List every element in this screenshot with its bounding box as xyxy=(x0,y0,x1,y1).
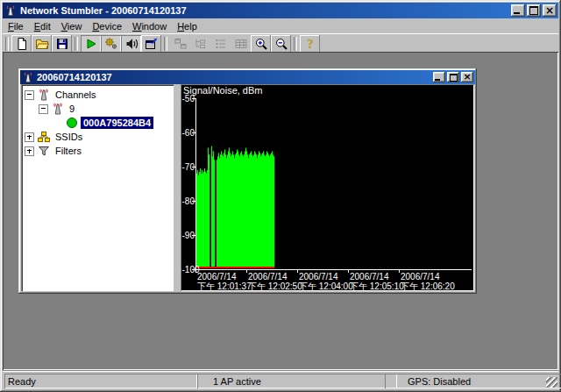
toolbar-separator xyxy=(75,37,78,51)
doc-close-button[interactable]: × xyxy=(461,72,473,82)
svg-text:下午 12:06:20: 下午 12:06:20 xyxy=(401,282,455,291)
view-aps-button xyxy=(170,35,190,53)
open-folder-icon xyxy=(35,37,49,51)
expand-icon[interactable] xyxy=(25,146,34,156)
maximize-button[interactable] xyxy=(527,4,541,17)
svg-text:-60: -60 xyxy=(182,128,195,138)
menu-device[interactable]: Device xyxy=(87,19,127,33)
svg-text:2006/7/14: 2006/7/14 xyxy=(299,272,338,282)
ap-green-icon xyxy=(65,116,79,130)
collapse-icon[interactable] xyxy=(25,90,34,100)
signal-chart-pane: Signal/Noise, dBm-50-60-70-80-90-1002006… xyxy=(181,84,474,291)
window-title: Network Stumbler - 20060714120137 xyxy=(20,5,511,16)
application-window: Network Stumbler - 20060714120137 × File… xyxy=(0,0,561,392)
save-floppy-icon xyxy=(55,37,69,51)
svg-text:Signal/Noise, dBm: Signal/Noise, dBm xyxy=(183,85,263,96)
new-document-icon xyxy=(15,37,29,51)
help-icon: ? xyxy=(303,37,317,51)
tree-item-label: SSIDs xyxy=(53,131,85,143)
document-title: 20060714120137 xyxy=(37,72,433,82)
expand-icon[interactable] xyxy=(25,132,34,142)
status-ap-count: 1 AP active xyxy=(197,374,397,388)
view-grid-button xyxy=(231,35,251,53)
ssids-icon xyxy=(37,130,51,144)
play-icon xyxy=(84,37,98,51)
tree-item-label: 000A795284B4 xyxy=(81,117,153,129)
svg-text:下午 12:05:10: 下午 12:05:10 xyxy=(350,282,404,291)
toolbar-separator xyxy=(164,37,167,51)
svg-text:下午 12:04:00: 下午 12:04:00 xyxy=(299,282,353,291)
doc-maximize-button[interactable] xyxy=(447,72,459,82)
svg-text:-80: -80 xyxy=(182,196,195,206)
new-document-button[interactable] xyxy=(11,35,32,53)
tree-item-channels[interactable]: Channels xyxy=(25,88,174,102)
menu-view[interactable]: View xyxy=(56,19,88,33)
main-titlebar[interactable]: Network Stumbler - 20060714120137 × xyxy=(3,3,558,18)
scan-toggle-button[interactable] xyxy=(81,35,101,53)
details-list-icon xyxy=(214,37,228,51)
speaker-icon xyxy=(124,37,138,51)
tree-item-000a795284b4[interactable]: 000A795284B4 xyxy=(53,116,174,130)
close-button[interactable]: × xyxy=(543,4,557,17)
menu-help[interactable]: Help xyxy=(172,19,202,33)
pane-splitter[interactable] xyxy=(174,84,181,291)
channel-tree-pane: Channels9000A795284B4SSIDsFilters xyxy=(21,84,174,291)
minimize-button[interactable] xyxy=(511,4,525,17)
antenna-icon xyxy=(51,102,65,116)
svg-text:2006/7/14: 2006/7/14 xyxy=(248,272,288,282)
options-icon xyxy=(145,37,159,51)
status-gps: GPS: Disabled xyxy=(385,374,561,388)
ap-windows-icon xyxy=(174,37,188,51)
tree-item-filters[interactable]: Filters xyxy=(25,144,174,158)
status-bar: Ready1 AP activeGPS: Disabled xyxy=(3,370,558,389)
collapse-icon[interactable] xyxy=(39,104,48,114)
document-titlebar[interactable]: 20060714120137 × xyxy=(20,70,475,84)
zoom-out-button[interactable] xyxy=(271,35,291,53)
svg-text:2006/7/14: 2006/7/14 xyxy=(197,272,237,282)
doc-minimize-button[interactable] xyxy=(433,72,445,82)
auto-reconfigure-button[interactable] xyxy=(101,35,121,53)
gears-icon xyxy=(104,37,118,51)
toolbar: ? xyxy=(3,33,558,53)
signal-noise-chart: Signal/Noise, dBm-50-60-70-80-90-1002006… xyxy=(181,85,475,291)
netstumbler-antenna-icon xyxy=(4,4,17,17)
toolbar-separator xyxy=(5,37,9,51)
view-details-button xyxy=(210,35,231,53)
menu-file[interactable]: File xyxy=(3,19,29,33)
help-button[interactable]: ? xyxy=(300,35,320,53)
tree-item-label: Channels xyxy=(53,89,98,101)
zoom-in-icon xyxy=(254,37,268,51)
svg-text:2006/7/14: 2006/7/14 xyxy=(350,272,389,282)
filter-icon xyxy=(37,144,51,158)
menu-bar: FileEditViewDeviceWindowHelp xyxy=(3,18,558,33)
view-tree-button xyxy=(190,35,210,53)
svg-text:下午 12:01:37: 下午 12:01:37 xyxy=(197,282,252,291)
document-window: 20060714120137 × Channels9000A795284B4SS… xyxy=(18,68,477,294)
options-button[interactable] xyxy=(141,35,161,53)
sound-toggle-button[interactable] xyxy=(121,35,141,53)
open-button[interactable] xyxy=(32,35,52,53)
zoom-in-button[interactable] xyxy=(251,35,271,53)
mdi-client-area: 20060714120137 × Channels9000A795284B4SS… xyxy=(3,52,558,370)
antenna-icon xyxy=(37,88,51,102)
document-antenna-icon xyxy=(22,71,34,83)
save-button[interactable] xyxy=(52,35,72,53)
tree-view-icon xyxy=(194,37,208,51)
menu-window[interactable]: Window xyxy=(127,19,172,33)
svg-text:下午 12:02:50: 下午 12:02:50 xyxy=(248,282,302,291)
channel-tree: Channels9000A795284B4SSIDsFilters xyxy=(21,84,174,158)
svg-text:-90: -90 xyxy=(182,231,195,240)
tree-item-label: Filters xyxy=(53,145,84,157)
svg-text:?: ? xyxy=(307,38,313,51)
tree-item-ssids[interactable]: SSIDs xyxy=(25,130,174,144)
tree-item-label: 9 xyxy=(67,103,77,115)
toolbar-separator xyxy=(294,37,297,51)
tree-item-9[interactable]: 9 xyxy=(39,102,174,116)
menu-edit[interactable]: Edit xyxy=(29,19,56,33)
svg-text:-50: -50 xyxy=(182,94,195,103)
svg-text:-70: -70 xyxy=(182,162,195,172)
svg-text:2006/7/14: 2006/7/14 xyxy=(401,272,440,282)
grid-icon xyxy=(234,37,248,51)
zoom-out-icon xyxy=(274,37,288,51)
status-ready: Ready xyxy=(4,374,197,388)
